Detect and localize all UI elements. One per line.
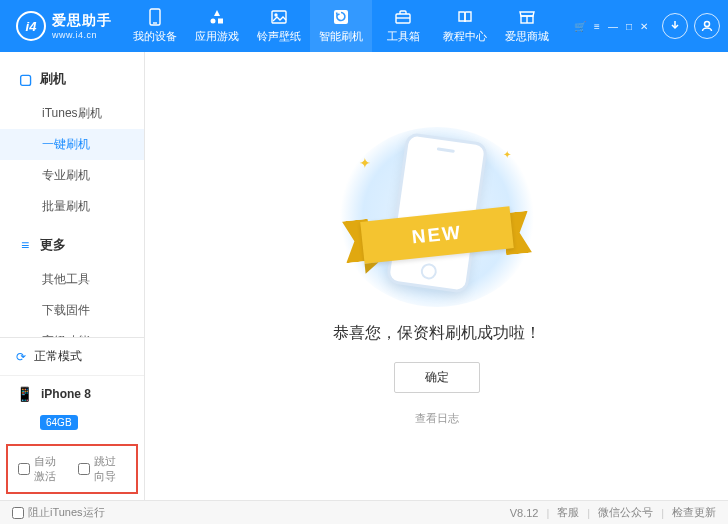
sidebar-item-other-tools[interactable]: 其他工具 bbox=[0, 264, 144, 295]
new-ribbon: NEW bbox=[362, 214, 512, 256]
phone-small-icon: 📱 bbox=[16, 386, 33, 402]
close-icon[interactable]: ✕ bbox=[640, 21, 648, 32]
refresh-icon bbox=[332, 8, 350, 26]
storage-badge: 64GB bbox=[40, 415, 78, 430]
app-body: ▢ 刷机 iTunes刷机 一键刷机 专业刷机 批量刷机 ≡ 更多 其他工具 下… bbox=[0, 52, 728, 500]
sidebar-item-download-firmware[interactable]: 下载固件 bbox=[0, 295, 144, 326]
sidebar-item-advanced[interactable]: 高级功能 bbox=[0, 326, 144, 337]
header-right: 🛒 ≡ — □ ✕ bbox=[574, 13, 720, 39]
menu-icon[interactable]: ≡ bbox=[594, 21, 600, 32]
status-bar: 阻止iTunes运行 V8.12 | 客服 | 微信公众号 | 检查更新 bbox=[0, 500, 728, 524]
confirm-button[interactable]: 确定 bbox=[394, 362, 480, 393]
wechat-link[interactable]: 微信公众号 bbox=[598, 505, 653, 520]
cart-icon[interactable]: 🛒 bbox=[574, 21, 586, 32]
success-message: 恭喜您，保资料刷机成功啦！ bbox=[333, 323, 541, 344]
check-update-link[interactable]: 检查更新 bbox=[672, 505, 716, 520]
device-mode-row[interactable]: ⟳ 正常模式 bbox=[0, 338, 144, 376]
success-illustration: ✦ ✦ ✦ NEW bbox=[337, 127, 537, 307]
brand-logo[interactable]: i4 爱思助手 www.i4.cn bbox=[8, 0, 120, 52]
brand-url: www.i4.cn bbox=[52, 30, 112, 40]
sidebar-bottom: ⟳ 正常模式 📱 iPhone 8 64GB 自动激活 跳过向导 bbox=[0, 337, 144, 500]
tab-smart-flash[interactable]: 智能刷机 bbox=[310, 0, 372, 52]
download-button[interactable] bbox=[662, 13, 688, 39]
minimize-icon[interactable]: — bbox=[608, 21, 618, 32]
phone-icon bbox=[146, 8, 164, 26]
nav-tabs: 我的设备 应用游戏 铃声壁纸 智能刷机 工具箱 教程中心 爱思商城 bbox=[124, 0, 558, 52]
auto-activate-checkbox[interactable]: 自动激活 bbox=[18, 454, 66, 484]
apps-icon bbox=[208, 8, 226, 26]
svg-point-2 bbox=[211, 19, 216, 24]
user-button[interactable] bbox=[694, 13, 720, 39]
tab-apps[interactable]: 应用游戏 bbox=[186, 0, 248, 52]
auto-activate-input[interactable] bbox=[18, 463, 30, 475]
toolbox-icon bbox=[394, 8, 412, 26]
book-icon bbox=[456, 8, 474, 26]
svg-rect-3 bbox=[218, 19, 223, 24]
brand-name: 爱思助手 bbox=[52, 12, 112, 30]
shop-icon bbox=[518, 8, 536, 26]
device-row[interactable]: 📱 iPhone 8 bbox=[0, 376, 144, 412]
svg-rect-6 bbox=[334, 10, 348, 24]
phone-outline-icon: ▢ bbox=[18, 71, 32, 87]
svg-point-5 bbox=[275, 14, 277, 16]
sidebar-item-itunes-flash[interactable]: iTunes刷机 bbox=[0, 98, 144, 129]
sidebar-item-batch-flash[interactable]: 批量刷机 bbox=[0, 191, 144, 222]
sidebar-section-more[interactable]: ≡ 更多 bbox=[0, 230, 144, 260]
brand-text: 爱思助手 www.i4.cn bbox=[52, 12, 112, 40]
svg-point-11 bbox=[705, 22, 710, 27]
sidebar-item-oneclick-flash[interactable]: 一键刷机 bbox=[0, 129, 144, 160]
sidebar-section-flash[interactable]: ▢ 刷机 bbox=[0, 64, 144, 94]
block-itunes-input[interactable] bbox=[12, 507, 24, 519]
version-label: V8.12 bbox=[510, 507, 539, 519]
image-icon bbox=[270, 8, 288, 26]
tab-toolbox[interactable]: 工具箱 bbox=[372, 0, 434, 52]
skip-guide-checkbox[interactable]: 跳过向导 bbox=[78, 454, 126, 484]
sync-icon: ⟳ bbox=[16, 350, 26, 364]
sidebar-item-pro-flash[interactable]: 专业刷机 bbox=[0, 160, 144, 191]
block-itunes-checkbox[interactable]: 阻止iTunes运行 bbox=[12, 505, 105, 520]
tab-my-device[interactable]: 我的设备 bbox=[124, 0, 186, 52]
more-icon: ≡ bbox=[18, 237, 32, 253]
app-header: i4 爱思助手 www.i4.cn 我的设备 应用游戏 铃声壁纸 智能刷机 工具… bbox=[0, 0, 728, 52]
main-content: ✦ ✦ ✦ NEW 恭喜您，保资料刷机成功啦！ 确定 查看日志 bbox=[145, 52, 728, 500]
skip-guide-input[interactable] bbox=[78, 463, 90, 475]
sidebar: ▢ 刷机 iTunes刷机 一键刷机 专业刷机 批量刷机 ≡ 更多 其他工具 下… bbox=[0, 52, 145, 500]
view-log-link[interactable]: 查看日志 bbox=[415, 411, 459, 426]
tab-shop[interactable]: 爱思商城 bbox=[496, 0, 558, 52]
window-controls: 🛒 ≡ — □ ✕ bbox=[574, 21, 648, 32]
activation-options: 自动激活 跳过向导 bbox=[6, 444, 138, 494]
logo-icon: i4 bbox=[16, 11, 46, 41]
support-link[interactable]: 客服 bbox=[557, 505, 579, 520]
maximize-icon[interactable]: □ bbox=[626, 21, 632, 32]
tab-ringtones[interactable]: 铃声壁纸 bbox=[248, 0, 310, 52]
tab-tutorials[interactable]: 教程中心 bbox=[434, 0, 496, 52]
